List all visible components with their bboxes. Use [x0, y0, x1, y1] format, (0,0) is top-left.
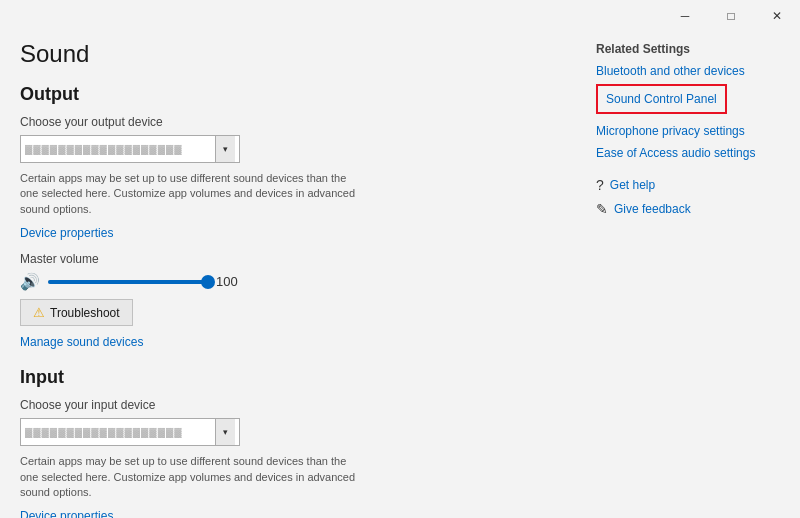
volume-slider-fill	[48, 280, 208, 284]
warning-icon: ⚠	[33, 305, 45, 320]
minimize-button[interactable]: ─	[662, 0, 708, 32]
input-device-value: ▓▓▓▓▓▓▓▓▓▓▓▓▓▓▓▓▓▓▓	[25, 426, 215, 438]
ease-of-access-link[interactable]: Ease of Access audio settings	[596, 144, 784, 162]
master-volume-label: Master volume	[20, 252, 560, 266]
input-section: Input Choose your input device ▓▓▓▓▓▓▓▓▓…	[20, 367, 560, 518]
close-button[interactable]: ✕	[754, 0, 800, 32]
volume-slider-thumb[interactable]	[201, 275, 215, 289]
input-device-select-container: ▓▓▓▓▓▓▓▓▓▓▓▓▓▓▓▓▓▓▓ ▾	[20, 418, 560, 446]
input-device-arrow-icon: ▾	[215, 419, 235, 445]
output-desc-text: Certain apps may be set up to use differ…	[20, 171, 360, 217]
input-section-header: Input	[20, 367, 560, 388]
output-device-arrow-icon: ▾	[215, 136, 235, 162]
microphone-privacy-link[interactable]: Microphone privacy settings	[596, 122, 784, 140]
help-icon: ?	[596, 177, 604, 193]
sound-control-panel-link[interactable]: Sound Control Panel	[606, 90, 717, 108]
sound-control-panel-box: Sound Control Panel	[596, 84, 727, 114]
output-section: Output Choose your output device ▓▓▓▓▓▓▓…	[20, 84, 560, 357]
right-panel: Related Settings Bluetooth and other dev…	[580, 32, 800, 518]
output-device-properties-link[interactable]: Device properties	[20, 226, 113, 240]
output-device-value: ▓▓▓▓▓▓▓▓▓▓▓▓▓▓▓▓▓▓▓	[25, 143, 215, 155]
give-feedback-link[interactable]: Give feedback	[614, 200, 691, 218]
volume-slider-track[interactable]	[48, 280, 208, 284]
get-help-link[interactable]: Get help	[610, 176, 655, 194]
input-device-select[interactable]: ▓▓▓▓▓▓▓▓▓▓▓▓▓▓▓▓▓▓▓ ▾	[20, 418, 240, 446]
input-device-label: Choose your input device	[20, 398, 560, 412]
output-device-select-container: ▓▓▓▓▓▓▓▓▓▓▓▓▓▓▓▓▓▓▓ ▾	[20, 135, 560, 163]
related-settings-title: Related Settings	[596, 42, 784, 56]
get-help-row: ? Get help	[596, 176, 784, 194]
titlebar: ─ □ ✕	[0, 0, 800, 32]
output-troubleshoot-button[interactable]: ⚠ Troubleshoot	[20, 299, 133, 326]
speaker-icon: 🔊	[20, 272, 40, 291]
output-troubleshoot-label: Troubleshoot	[50, 306, 120, 320]
feedback-icon: ✎	[596, 201, 608, 217]
volume-row: 🔊 100	[20, 272, 560, 291]
input-device-properties-link[interactable]: Device properties	[20, 509, 113, 518]
volume-value: 100	[216, 274, 246, 289]
maximize-button[interactable]: □	[708, 0, 754, 32]
main-container: Sound Output Choose your output device ▓…	[0, 32, 800, 518]
output-manage-devices-link[interactable]: Manage sound devices	[20, 335, 143, 349]
output-device-select[interactable]: ▓▓▓▓▓▓▓▓▓▓▓▓▓▓▓▓▓▓▓ ▾	[20, 135, 240, 163]
left-panel: Sound Output Choose your output device ▓…	[0, 32, 580, 518]
bluetooth-devices-link[interactable]: Bluetooth and other devices	[596, 62, 784, 80]
output-section-header: Output	[20, 84, 560, 105]
give-feedback-row: ✎ Give feedback	[596, 200, 784, 218]
titlebar-controls: ─ □ ✕	[662, 0, 800, 32]
output-device-label: Choose your output device	[20, 115, 560, 129]
page-title: Sound	[20, 40, 560, 68]
input-desc-text: Certain apps may be set up to use differ…	[20, 454, 360, 500]
